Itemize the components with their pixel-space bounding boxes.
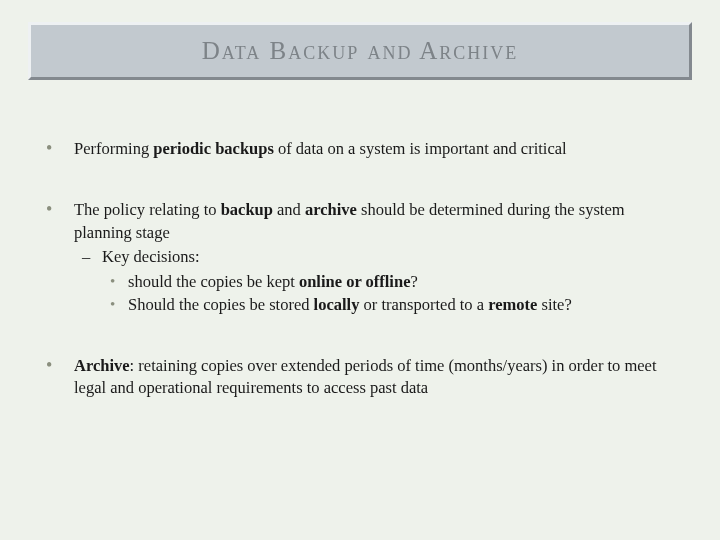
bullet-text: Archive: retaining copies over extended … <box>74 356 657 398</box>
slide-title: Data Backup and Archive <box>202 37 519 65</box>
bullet-item: Performing periodic backups of data on a… <box>40 138 680 161</box>
sub-item: Key decisions:should the copies be kept … <box>74 246 680 316</box>
bullet-text: The policy relating to backup and archiv… <box>74 200 625 242</box>
bullet-item: Archive: retaining copies over extended … <box>40 355 680 401</box>
sub-list: Key decisions:should the copies be kept … <box>74 246 680 316</box>
sub-text: Key decisions: <box>102 247 200 266</box>
title-bar: Data Backup and Archive <box>28 22 692 80</box>
sub2-item: Should the copies be stored locally or t… <box>102 294 680 317</box>
slide-content: Performing periodic backups of data on a… <box>40 138 680 438</box>
sub2-text: should the copies be kept online or offl… <box>128 272 418 291</box>
sub2-text: Should the copies be stored locally or t… <box>128 295 572 314</box>
bullet-list: Performing periodic backups of data on a… <box>40 138 680 400</box>
sub2-list: should the copies be kept online or offl… <box>102 271 680 317</box>
bullet-text: Performing periodic backups of data on a… <box>74 139 567 158</box>
bullet-item: The policy relating to backup and archiv… <box>40 199 680 317</box>
sub2-item: should the copies be kept online or offl… <box>102 271 680 294</box>
